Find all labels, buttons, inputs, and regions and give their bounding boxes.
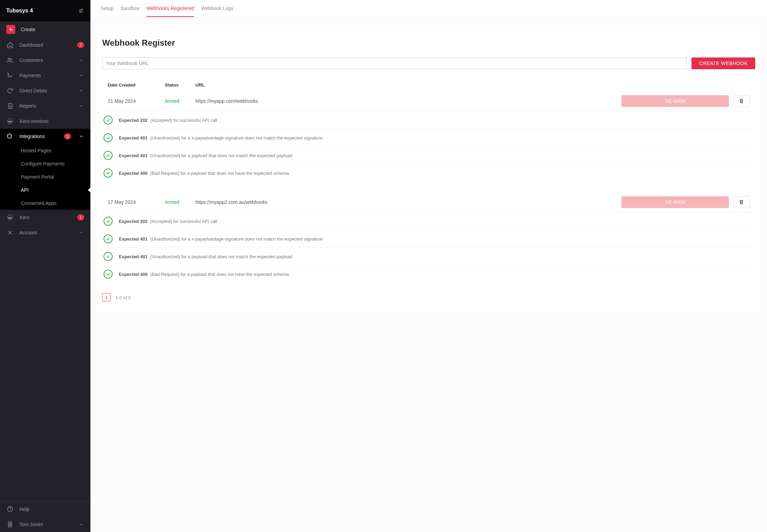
validation-text: Expected 401 (Unauthorized) for a payloa… [119,254,292,259]
sidebar-item-xero-invoices[interactable]: xero Xero invoices [0,114,90,129]
cell-status: Armed [165,98,195,104]
svg-point-1 [10,58,12,60]
svg-point-0 [8,58,10,60]
check-icon [104,151,113,160]
webhook-register-card: Webhook Register CREATE WEBHOOK Date Cre… [97,26,761,311]
validation-row: Expected 202 (Accepted) for successful A… [102,111,755,129]
cell-status: Armed [165,199,195,205]
sidebar-item-customers[interactable]: Customers [0,53,90,68]
tab-webhook-logs[interactable]: Webhook Logs [201,0,233,17]
refresh-icon [6,87,14,94]
org-name: Tubesys 4 [6,8,78,14]
validation-text: Expected 401 (Unauthorized) for a payloa… [119,153,292,158]
sidebar-item-account[interactable]: Account [0,225,90,240]
cell-date: 21 May 2024 [108,98,165,104]
sub-api[interactable]: API [0,183,90,197]
page-number[interactable]: 1 [102,293,111,301]
paginator: 1 1-2 of 2 [102,293,755,301]
cell-url: https://myapp.com/webhooks [195,98,621,104]
sidebar-item-direct-debits[interactable]: Direct Debits [0,83,90,98]
sidebar-item-reports[interactable]: Reports [0,98,90,114]
create-button[interactable]: Create [0,21,90,37]
payments-icon [6,72,14,79]
sidebar-item-help[interactable]: Help [0,502,90,517]
sidebar-item-payments[interactable]: Payments [0,68,90,83]
webhook-table: Date Created Status URL 21 May 2024Armed… [102,79,755,283]
validation-row: Expected 401 (Unauthorized) for a x-paya… [102,230,755,248]
sidebar-item-label: Reports [19,103,73,109]
sidebar-item-label: Account [19,230,73,235]
col-status: Status [165,82,195,88]
check-icon [104,169,113,178]
sidebar-item-label: Dashboard [19,42,72,48]
validation-text: Expected 401 (Unauthorized) for a x-paya… [119,236,323,242]
swap-icon [78,8,84,14]
tabs: Setup Sandbox Webhooks Registered Webhoo… [90,0,767,17]
sidebar: Tubesys 4 Create Dashboard 7 Customers P… [0,0,90,532]
puzzle-icon [6,133,14,140]
tab-setup[interactable]: Setup [101,0,114,17]
sub-hosted-pages[interactable]: Hosted Pages [0,144,90,157]
check-icon [104,217,113,226]
chevron-down-icon [79,57,84,63]
integrations-submenu: Hosted Pages Configure Payments Payment … [0,144,90,210]
validation-row: Expected 401 (Unauthorized) for a x-paya… [102,129,755,147]
page-title: Webhook Register [102,38,755,48]
delete-button[interactable] [733,95,750,107]
delete-button[interactable] [733,196,750,208]
home-icon [6,42,14,48]
chevron-down-icon [79,230,84,235]
plus-icon [6,25,15,34]
webhook-block: 17 May 2024Armedhttps://myapp2.com.au/we… [102,192,755,283]
validation-row: Expected 401 (Unauthorized) for a payloa… [102,147,755,164]
page-range: 1-2 of 2 [115,295,131,300]
chevron-down-icon [79,103,84,109]
tab-sandbox[interactable]: Sandbox [121,0,140,17]
table-row: 17 May 2024Armedhttps://myapp2.com.au/we… [102,192,755,213]
sub-payment-portal[interactable]: Payment Portal [0,170,90,183]
validation-text: Expected 400 (Bad Request) for a payload… [119,272,289,277]
sidebar-item-user[interactable]: Tom Jones [0,517,90,532]
sidebar-item-label: Tom Jones [19,522,73,527]
sub-connected-apps[interactable]: Connected Apps [0,197,90,210]
col-url: URL [195,82,621,88]
help-icon [6,506,14,513]
xero-icon: xero [6,214,14,221]
check-icon [104,252,113,261]
tab-webhooks-registered[interactable]: Webhooks Registered [147,0,194,17]
create-webhook-button[interactable]: CREATE WEBHOOK [691,57,755,69]
document-icon [6,102,14,109]
validation-text: Expected 202 (Accepted) for successful A… [119,118,217,123]
webhook-url-input[interactable] [102,57,687,69]
org-switcher[interactable]: Tubesys 4 [0,0,90,21]
user-badge-icon [6,521,14,528]
cell-url: https://myapp2.com.au/webhooks [195,199,621,205]
validation-row: Expected 401 (Unauthorized) for a payloa… [102,248,755,265]
chevron-up-icon [79,134,84,139]
sidebar-item-label: Direct Debits [19,88,73,93]
sidebar-item-integrations[interactable]: Integrations 1 [0,129,90,144]
validation-row: Expected 202 (Accepted) for successful A… [102,213,755,230]
svg-point-8 [9,523,11,524]
validation-row: Expected 400 (Bad Request) for a payload… [102,164,755,182]
sidebar-item-label: Help [19,506,84,512]
table-row: 21 May 2024Armedhttps://myapp.com/webhoo… [102,91,755,111]
badge: 1 [64,133,71,139]
badge: 1 [77,214,84,220]
sidebar-item-dashboard[interactable]: Dashboard 7 [0,37,90,53]
users-icon [6,57,14,64]
sidebar-item-label: Payments [19,73,73,78]
col-date: Date Created [108,82,165,88]
rearm-button[interactable]: RE-ARM [621,196,729,208]
sidebar-item-label: Xero [19,215,72,220]
check-icon [104,133,113,142]
tools-icon [6,229,14,236]
create-label: Create [21,27,35,32]
trash-icon [739,199,744,205]
xero-icon: xero [6,118,14,125]
sub-configure-pay[interactable]: Configure Payments [0,157,90,170]
rearm-button[interactable]: RE-ARM [621,95,729,107]
chevron-down-icon [79,73,84,78]
validation-text: Expected 202 (Accepted) for successful A… [119,219,217,224]
sidebar-item-xero[interactable]: xero Xero 1 [0,210,90,225]
